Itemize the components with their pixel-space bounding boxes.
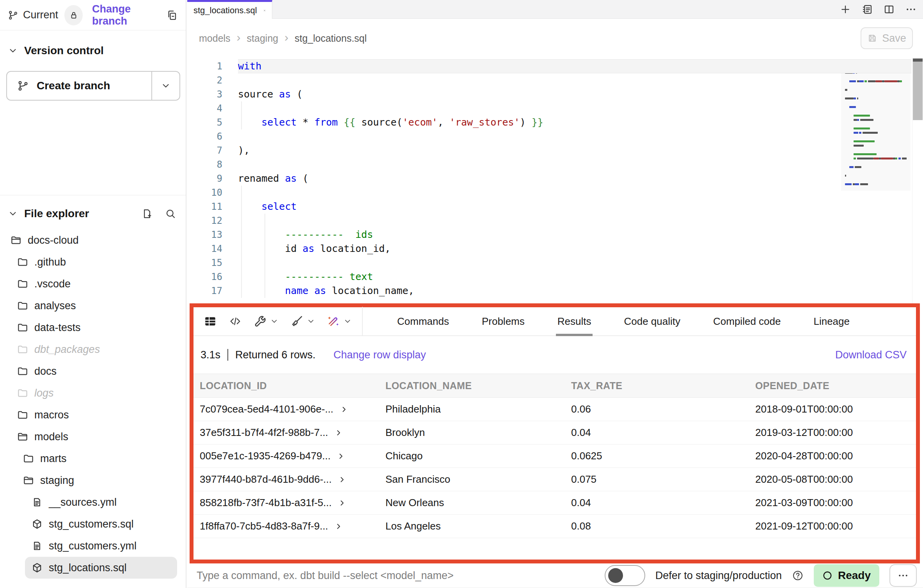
column-header: LOCATION_ID bbox=[193, 380, 379, 391]
line-number: 3 bbox=[187, 87, 238, 101]
folder-icon bbox=[17, 387, 28, 399]
more-options-icon[interactable] bbox=[905, 4, 917, 15]
code-button[interactable] bbox=[229, 315, 242, 328]
breadcrumb-item[interactable]: stg_locations.sql bbox=[295, 33, 367, 44]
new-file-icon[interactable] bbox=[141, 208, 153, 220]
breadcrumb-item[interactable]: staging bbox=[247, 33, 279, 44]
help-icon[interactable] bbox=[792, 570, 804, 581]
file-tree-item-marts[interactable]: marts bbox=[0, 448, 183, 469]
cell-location-name: Chicago bbox=[379, 450, 565, 462]
create-branch-button[interactable]: Create branch bbox=[7, 72, 151, 100]
minimap[interactable] bbox=[841, 60, 911, 191]
folder-icon bbox=[17, 300, 28, 312]
download-csv-link[interactable]: Download CSV bbox=[835, 349, 909, 361]
file-tree-item-docs[interactable]: docs bbox=[0, 360, 183, 382]
expand-row-icon[interactable] bbox=[334, 522, 343, 531]
breadcrumb-item[interactable]: models bbox=[199, 33, 231, 44]
code-token: with bbox=[238, 60, 261, 72]
file-tree-item-staging[interactable]: staging bbox=[0, 469, 183, 491]
file-tree-item-stg-customers-yml[interactable]: stg_customers.yml bbox=[0, 535, 183, 557]
code-token: source bbox=[238, 89, 279, 100]
file-tree-item-dbt-packages[interactable]: dbt_packages bbox=[0, 338, 183, 360]
wrench-button[interactable] bbox=[254, 315, 279, 328]
minimap-line bbox=[845, 89, 907, 91]
file-tree-item-logs[interactable]: logs bbox=[0, 382, 183, 404]
code-token: as bbox=[303, 243, 314, 254]
defer-toggle[interactable] bbox=[605, 565, 645, 586]
cell-opened-date: 2020-04-28T00:00:00 bbox=[749, 450, 916, 462]
code-editor[interactable]: 1with23source as (45 select * from {{ so… bbox=[187, 58, 923, 303]
expand-row-icon[interactable] bbox=[334, 429, 343, 437]
expand-row-icon[interactable] bbox=[340, 405, 348, 414]
file-tree-item--vscode[interactable]: .vscode bbox=[0, 273, 183, 295]
expand-row-icon[interactable] bbox=[338, 475, 346, 484]
file-tree-item-docs-cloud[interactable]: docs-cloud bbox=[0, 229, 183, 251]
file-tree-item--sources-yml[interactable]: __sources.yml bbox=[0, 491, 183, 513]
table-row: 37e5f311-b7f4-4f2f-988b-7...Brooklyn0.04… bbox=[193, 421, 916, 445]
indent-guide bbox=[241, 186, 242, 200]
broom-button[interactable] bbox=[290, 315, 315, 328]
minimap-line bbox=[845, 106, 907, 108]
notebook-icon[interactable] bbox=[861, 4, 873, 15]
minimap-line bbox=[845, 158, 907, 159]
broom-icon bbox=[290, 315, 304, 328]
close-icon[interactable] bbox=[263, 7, 266, 14]
file-tree-item-macros[interactable]: macros bbox=[0, 404, 183, 426]
branch-lock-chip bbox=[64, 5, 83, 25]
file-tree-item-stg-locations-sql[interactable]: stg_locations.sql bbox=[25, 557, 177, 579]
panel-tab-compiled-code[interactable]: Compiled code bbox=[713, 307, 781, 335]
line-number: 7 bbox=[187, 143, 238, 158]
code-line: 15 bbox=[187, 256, 923, 270]
more-actions-button[interactable] bbox=[889, 564, 917, 587]
panel-tab-problems[interactable]: Problems bbox=[482, 307, 525, 335]
defer-label: Defer to staging/production bbox=[655, 570, 782, 582]
ready-label: Ready bbox=[838, 569, 871, 582]
code-token: renamed bbox=[238, 173, 285, 184]
file-tree-item-stg-customers-sql[interactable]: stg_customers.sql bbox=[0, 513, 183, 535]
minimap-line bbox=[845, 123, 907, 125]
copy-icon[interactable] bbox=[166, 9, 178, 22]
search-icon[interactable] bbox=[165, 208, 176, 220]
cell-tax-rate: 0.0625 bbox=[565, 450, 749, 462]
file-tree-item--github[interactable]: .github bbox=[0, 251, 183, 273]
split-editor-icon[interactable] bbox=[883, 4, 895, 15]
expand-row-icon[interactable] bbox=[338, 499, 346, 507]
table-row: 005e7e1c-1935-4269-b479...Chicago0.06252… bbox=[193, 445, 916, 468]
minimap-line bbox=[845, 149, 907, 151]
code-token: as bbox=[279, 89, 291, 100]
minimap-line bbox=[845, 85, 907, 87]
file-tree-item-label: .vscode bbox=[34, 278, 71, 290]
folder-icon bbox=[17, 344, 28, 355]
panel-tab-commands[interactable]: Commands bbox=[397, 307, 449, 335]
change-row-display-link[interactable]: Change row display bbox=[334, 349, 426, 361]
cell-location-id: 3977f440-b87d-461b-9dd6-... bbox=[200, 473, 332, 485]
panel-tab-lineage[interactable]: Lineage bbox=[813, 307, 850, 335]
folder-icon bbox=[17, 256, 28, 268]
change-branch-link[interactable]: Change branch bbox=[92, 3, 161, 27]
chevron-down-icon[interactable] bbox=[8, 209, 18, 219]
code-token: ) bbox=[520, 117, 532, 128]
save-button[interactable]: Save bbox=[861, 27, 913, 49]
magic-wand-button[interactable] bbox=[327, 315, 352, 328]
command-input[interactable]: Type a command, ex. dbt build --select <… bbox=[187, 570, 454, 582]
file-tree-item-data-tests[interactable]: data-tests bbox=[0, 317, 183, 338]
create-branch-caret-button[interactable] bbox=[151, 72, 179, 100]
results-panel: CommandsProblemsResultsCode qualityCompi… bbox=[190, 303, 920, 563]
command-bar: Type a command, ex. dbt build --select <… bbox=[187, 563, 923, 588]
table-grid-button[interactable] bbox=[204, 315, 217, 328]
file-tree-item-label: staging bbox=[40, 475, 74, 487]
scrollbar-thumb[interactable] bbox=[913, 58, 923, 120]
file-tree-item-models[interactable]: models bbox=[0, 426, 183, 448]
expand-row-icon[interactable] bbox=[337, 452, 345, 460]
file-tree-item-analyses[interactable]: analyses bbox=[0, 295, 183, 317]
folder-icon bbox=[17, 365, 28, 377]
version-control-header[interactable]: Version control bbox=[8, 41, 104, 60]
breadcrumb-separator: › bbox=[237, 32, 241, 45]
tab-stg-locations-sql[interactable]: stg_locations.sql bbox=[187, 0, 272, 19]
code-token: * bbox=[297, 117, 314, 128]
panel-tab-code-quality[interactable]: Code quality bbox=[624, 307, 680, 335]
panel-tab-results[interactable]: Results bbox=[557, 307, 591, 335]
tab-label: stg_locations.sql bbox=[193, 5, 257, 16]
code-token bbox=[238, 285, 285, 296]
plus-icon[interactable] bbox=[840, 4, 851, 15]
